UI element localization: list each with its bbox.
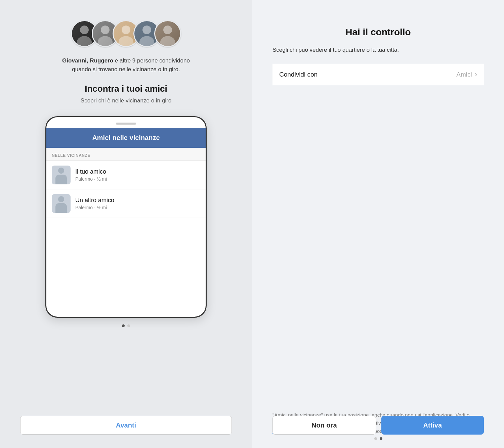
avanti-button[interactable]: Avanti (20, 416, 232, 435)
left-dots-row (122, 318, 130, 332)
right-dot-2 (380, 437, 382, 440)
share-value-row: Amici › (456, 70, 477, 79)
svg-point-7 (139, 36, 154, 47)
attiva-button[interactable]: Attiva (381, 416, 484, 435)
chevron-right-icon: › (475, 70, 477, 79)
left-dot-1 (122, 324, 125, 327)
main-title: Incontra i tuoi amici (85, 84, 167, 94)
svg-point-0 (80, 26, 89, 34)
phone-screen: Amici nelle vicinanze NELLE VICINANZE Il… (46, 128, 206, 317)
share-value: Amici (456, 71, 472, 78)
phone-mockup: Amici nelle vicinanze NELLE VICINANZE Il… (45, 116, 207, 318)
svg-point-1 (77, 36, 92, 47)
friend-name-1: Il tuo amico (75, 168, 107, 175)
friend-loc-2: Palermo · ½ mi (75, 205, 114, 210)
non-ora-button[interactable]: Non ora (272, 416, 376, 435)
avatar-5 (154, 20, 181, 47)
right-panel: Hai il controllo Scegli chi può vedere i… (252, 0, 504, 448)
intro-text: Giovanni, Ruggero e altre 9 persone cond… (55, 56, 197, 74)
phone-speaker (116, 123, 136, 125)
left-dot-2 (127, 324, 130, 327)
share-label: Condividi con (279, 71, 318, 78)
friend-loc-1: Palermo · ½ mi (75, 176, 107, 182)
right-dot-1 (374, 437, 377, 440)
intro-names: Giovanni, Ruggero (62, 57, 113, 64)
share-row[interactable]: Condividi con Amici › (272, 64, 484, 85)
friend-avatar-2 (52, 194, 71, 213)
right-dots-row (272, 437, 484, 440)
right-bottom-buttons: Non ora Attiva (272, 416, 484, 435)
friend-item-2: Un altro amico Palermo · ½ mi (46, 189, 206, 218)
svg-point-5 (119, 36, 133, 47)
svg-point-6 (142, 26, 151, 34)
left-panel: Giovanni, Ruggero e altre 9 persone cond… (0, 0, 252, 448)
svg-point-8 (163, 26, 172, 34)
svg-point-3 (98, 36, 113, 47)
svg-point-4 (122, 26, 130, 34)
friend-avatar-1 (52, 166, 71, 184)
right-title: Hai il controllo (272, 27, 484, 38)
main-subtitle: Scopri chi è nelle vicinanze o in giro (81, 97, 171, 104)
avatar-row (71, 20, 181, 47)
friend-item-1: Il tuo amico Palermo · ½ mi (46, 161, 206, 189)
right-description: Scegli chi può vedere il tuo quartiere o… (272, 46, 399, 54)
phone-header: Amici nelle vicinanze (46, 128, 206, 148)
phone-section-label: NELLE VICINANZE (46, 148, 206, 161)
svg-point-9 (160, 36, 175, 47)
svg-point-2 (101, 26, 110, 34)
left-bottom-area: Avanti (0, 416, 252, 448)
friend-name-2: Un altro amico (75, 197, 114, 204)
